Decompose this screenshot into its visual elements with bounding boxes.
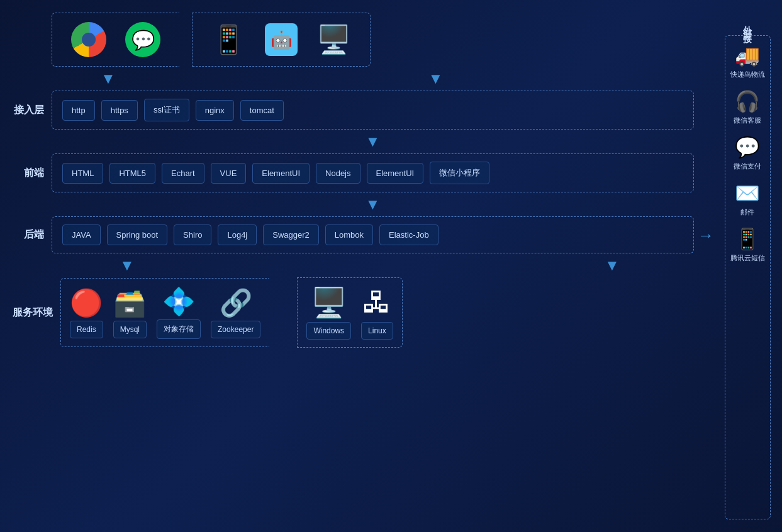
tech-lombok: Lombok [325,224,373,245]
email-icon: ✉️ [735,181,760,205]
tech-java: JAVA [62,224,101,245]
tech-springboot: Spring boot [107,224,168,245]
client-box-left: 💬 [52,13,179,67]
external-wechat-service: 🎧 微信客服 [734,89,761,125]
external-logistics: 🚚 快递鸟物流 [730,43,765,79]
wechat-service-icon: 🎧 [735,89,760,113]
access-layer-label: 接入层 [13,104,44,117]
tech-object: 对象存储 [157,319,201,339]
tech-mysql: Mysql [113,321,147,338]
backend-layer-row: 后端 JAVA Spring boot Shiro Log4j Swagger2… [13,216,694,253]
frontend-layer-row: 前端 HTML HTML5 Echart VUE ElementUI Nodej… [13,153,694,192]
arrow-down-3: ▼ [366,196,381,213]
wechat-service-label: 微信客服 [734,116,761,125]
service-object: 💠 对象存储 [157,286,201,339]
arrow-down-right: ▼ [428,70,444,87]
logistics-label: 快递鸟物流 [730,70,765,79]
service-redis: 🔴 Redis [70,287,103,338]
linux-icon: 🖧 [362,285,391,319]
monitor-icon: 🖥️ [316,23,351,56]
tech-https: https [101,100,138,121]
tablet-icon: 📱 [211,23,246,56]
tech-html5: HTML5 [109,163,155,184]
tech-elementui2: ElementUI [367,163,424,184]
dual-arrows-2: ▼ ▼ [13,257,694,274]
tech-ssl: ssl证书 [144,99,189,121]
chrome-icon [71,22,106,57]
tech-html: HTML [62,163,103,184]
tech-vue: VUE [211,163,247,184]
mysql-icon: 🗃️ [113,287,146,318]
backend-layer-label: 后端 [13,228,44,241]
service-windows: 🖥️ Windows [306,285,351,340]
sms-icon: 📱 [735,227,760,251]
arrow-down-2: ▼ [366,133,381,150]
service-layer-row: 服务环境 🔴 Redis 🗃️ Mysql 💠 对象存储 [13,277,694,348]
sms-label: 腾讯云短信 [730,253,765,263]
tech-elasticjob: Elastic-Job [379,224,438,245]
access-layer-box: http https ssl证书 nginx tomcat [52,91,694,130]
frontend-layer-box: HTML HTML5 Echart VUE ElementUI Nodejs E… [52,153,694,192]
backend-layer-box: JAVA Spring boot Shiro Log4j Swagger2 Lo… [52,216,694,253]
access-layer-row: 接入层 http https ssl证书 nginx tomcat [13,91,694,130]
arrow-down-svc-left: ▼ [120,257,135,274]
arrow-down-left: ▼ [101,70,116,87]
service-layer-label: 服务环境 [13,306,53,319]
tech-log4j: Log4j [218,224,257,245]
tech-http: http [62,100,95,121]
tech-linux: Linux [361,322,393,340]
wechat-pay-icon: 💬 [735,135,760,159]
external-email: ✉️ 邮件 [735,181,760,217]
tech-swagger2: Swagger2 [263,224,319,245]
frontend-layer-label: 前端 [13,167,44,180]
object-icon: 💠 [162,286,195,317]
service-linux: 🖧 Linux [361,285,393,340]
service-mysql: 🗃️ Mysql [113,287,147,338]
service-zookeeper: 🔗 Zookeeper [211,287,260,338]
arrow-2: ▼ [13,133,694,150]
service-box-left: 🔴 Redis 🗃️ Mysql 💠 对象存储 🔗 Zookeeper [60,278,269,347]
client-icons-row: 💬 📱 🤖 🖥️ [13,13,694,67]
tech-miniapp: 微信小程序 [430,162,489,184]
zoo-icon: 🔗 [220,287,252,318]
external-wechat-pay: 💬 微信支付 [734,135,761,171]
arrow-down-svc-right: ▼ [605,257,620,274]
tech-echart: Echart [162,163,204,184]
tech-redis: Redis [70,321,103,338]
main-container: 💬 📱 🤖 🖥️ [0,0,782,532]
client-box-right: 📱 🤖 🖥️ [192,13,371,67]
external-dashed-box: 🚚 快递鸟物流 🎧 微信客服 💬 微信支付 ✉️ 邮件 📱 腾讯云短信 [725,35,771,519]
dual-arrows-1: ▼ ▼ [13,70,694,87]
wechat-icon: 💬 [125,22,160,57]
outer-label: 外部对接 [742,13,753,29]
tech-shiro: Shiro [174,224,211,245]
diagram-wrapper: 💬 📱 🤖 🖥️ [13,13,694,519]
arrow-3: ▼ [13,196,694,213]
external-sms: 📱 腾讯云短信 [730,227,765,263]
tech-zookeeper: Zookeeper [211,321,260,338]
tech-elementui: ElementUI [252,163,310,184]
external-panel: 外部对接 🚚 快递鸟物流 🎧 微信客服 💬 微信支付 ✉️ 邮件 📱 腾讯云短信 [713,13,782,519]
service-box-right: 🖥️ Windows 🖧 Linux [297,277,402,348]
tech-windows: Windows [306,322,351,340]
tech-nginx: nginx [196,100,234,121]
tech-nodejs: Nodejs [316,163,360,184]
redis-icon: 🔴 [70,287,103,318]
email-label: 邮件 [740,208,754,217]
phone-icon: 🤖 [265,23,298,56]
windows-icon: 🖥️ [311,285,347,319]
tech-tomcat: tomcat [240,100,284,121]
wechat-pay-label: 微信支付 [734,162,761,171]
arrow-right-external: → [698,225,714,245]
logistics-icon: 🚚 [735,43,760,67]
